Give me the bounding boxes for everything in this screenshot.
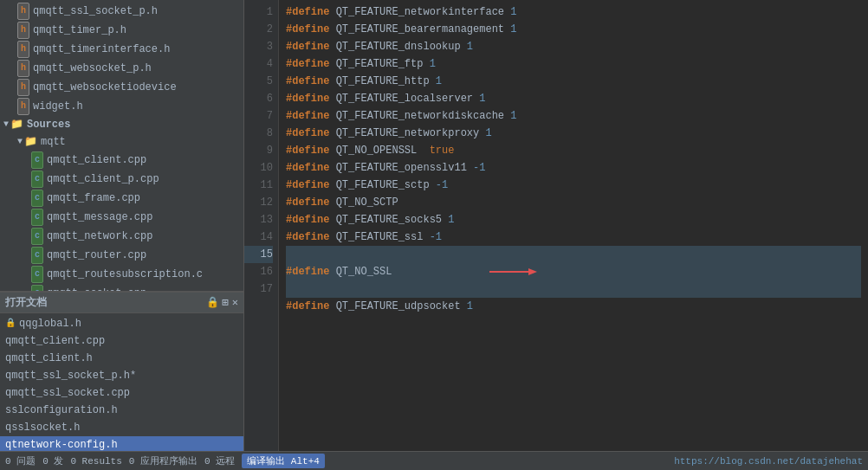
code-line: #define QT_NO_OPENSSL true [286, 142, 861, 159]
code-line: #define QT_FEATURE_networkinterface 1 [286, 3, 861, 21]
open-docs-header: 打开文档 🔒 ⊞ ✕ [0, 293, 243, 313]
tree-item-label: qmqtt_websocket_p.h [33, 61, 152, 76]
open-docs-list: 🔒 qqglobal.h qmqtt_client.cpp qmqtt_clie… [0, 313, 243, 451]
status-right: https://blog.csdn.net/datajehehat [674, 456, 863, 467]
arrow-marker [398, 246, 541, 298]
open-docs-title: 打开文档 [5, 295, 47, 310]
code-line [286, 315, 861, 332]
tree-item-label: qmqtt_routesubscription.c [47, 267, 203, 282]
status-left: 0 问题 0 发 0 Results 0 应用程序输出 0 远程 编译输出 Al… [5, 454, 325, 468]
folder-icon: 📁 [24, 134, 37, 150]
arrow-down-icon: ▼ [3, 117, 9, 132]
arrow-down-icon: ▼ [17, 134, 23, 150]
code-line: #define QT_FEATURE_bearermanagement 1 [286, 21, 861, 38]
tree-item[interactable]: c qmqtt_message.cpp [0, 208, 243, 227]
h-file-icon: h [17, 79, 29, 96]
doc-item-label: qtnetwork-config.h [5, 437, 118, 451]
h-file-icon: h [17, 60, 29, 77]
tree-item[interactable]: c qmqtt_frame.cpp [0, 189, 243, 208]
doc-item-label: qqglobal.h [19, 316, 81, 332]
status-remote[interactable]: 0 远程 [204, 454, 235, 467]
tree-item-label: widget.h [33, 99, 83, 114]
cpp-file-icon: c [31, 151, 43, 169]
code-line: #define QT_FEATURE_ftp 1 [286, 55, 861, 73]
left-panel: h qmqtt_ssl_socket_p.h h qmqtt_timer_p.h… [0, 0, 244, 451]
doc-item-selected[interactable]: qtnetwork-config.h [0, 436, 243, 451]
mqtt-folder-label: mqtt [41, 134, 66, 150]
tree-item-label: qmqtt_client_p.cpp [47, 171, 159, 187]
doc-item[interactable]: qmqtt_client.h [0, 350, 243, 367]
code-line: #define QT_FEATURE_udpsocket 1 [286, 298, 861, 315]
mqtt-folder[interactable]: ▼ 📁 mqtt [0, 133, 243, 151]
code-line: #define QT_FEATURE_networkdiskcache 1 [286, 107, 861, 125]
tree-item-label: qmqtt_ssl_socket_p.h [33, 3, 158, 19]
status-url: https://blog.csdn.net/datajehehat [674, 456, 863, 467]
tree-item[interactable]: c qmqtt_network.cpp [0, 227, 243, 246]
compile-output-button[interactable]: 编译输出 Alt+4 [242, 454, 325, 468]
doc-item[interactable]: qsslsocket.h [0, 419, 243, 436]
tree-item-label: qmqtt_router.cpp [47, 248, 146, 263]
code-line: #define QT_FEATURE_networkproxy 1 [286, 125, 861, 142]
tree-item-label: qmqtt_message.cpp [47, 209, 152, 225]
open-docs-header-icons: 🔒 ⊞ ✕ [206, 296, 238, 309]
doc-item[interactable]: 🔒 qqglobal.h [0, 315, 243, 332]
tree-item-label: qmqtt_client.cpp [47, 152, 146, 168]
main-area: h qmqtt_ssl_socket_p.h h qmqtt_timer_p.h… [0, 0, 868, 451]
cpp-file-icon: c [31, 190, 43, 207]
status-appoutput[interactable]: 0 应用程序输出 [129, 454, 198, 467]
code-line: #define QT_NO_SCTP [286, 194, 861, 211]
code-line-15: #define QT_NO_SSL [286, 246, 861, 298]
tree-item[interactable]: h qmqtt_websocket_p.h [0, 59, 243, 78]
h-file-icon: h [17, 41, 29, 58]
tree-item[interactable]: c qmqtt_router.cpp [0, 246, 243, 265]
tree-item[interactable]: h qmqtt_timerinterface.h [0, 40, 243, 59]
cpp-file-icon: c [31, 285, 43, 291]
file-tree: h qmqtt_ssl_socket_p.h h qmqtt_timer_p.h… [0, 0, 243, 291]
tree-item-label: qmqtt_network.cpp [47, 229, 152, 244]
tree-item[interactable]: c qmqtt_socket.cpp [0, 284, 243, 291]
doc-item[interactable]: qmqtt_ssl_socket_p.h* [0, 367, 243, 384]
doc-item[interactable]: sslconfiguration.h [0, 402, 243, 419]
tree-item[interactable]: c qmqtt_client_p.cpp [0, 170, 243, 189]
tree-item[interactable]: h qmqtt_timer_p.h [0, 21, 243, 40]
doc-item-label: qmqtt_ssl_socket.cpp [5, 385, 130, 401]
tree-item[interactable]: h widget.h [0, 97, 243, 116]
doc-item-label: sslconfiguration.h [5, 402, 118, 418]
code-line: #define QT_FEATURE_dnslookup 1 [286, 38, 861, 55]
line-numbers: 1 2 3 4 5 6 7 8 9 10 11 12 13 14 15 16 1… [244, 0, 279, 451]
tree-item-label: qmqtt_timer_p.h [33, 23, 126, 38]
status-send[interactable]: 0 发 [42, 454, 63, 467]
sources-folder[interactable]: ▼ 📁 Sources [0, 116, 243, 133]
tree-item-label: qmqtt_frame.cpp [47, 190, 140, 206]
tree-item[interactable]: c qmqtt_client.cpp [0, 151, 243, 170]
code-editor[interactable]: #define QT_FEATURE_networkinterface 1 #d… [279, 0, 868, 451]
cpp-file-icon: c [31, 228, 43, 245]
doc-item[interactable]: qmqtt_ssl_socket.cpp [0, 384, 243, 402]
code-line: #define QT_FEATURE_ssl -1 [286, 229, 861, 246]
lock-icon: 🔒 [5, 316, 16, 332]
h-file-icon: h [17, 22, 29, 39]
cpp-file-icon: c [31, 247, 43, 264]
close-icon[interactable]: ✕ [232, 296, 238, 309]
cpp-file-icon: c [31, 171, 43, 188]
status-problems[interactable]: 0 问题 [5, 454, 36, 467]
code-line: #define QT_FEATURE_sctp -1 [286, 177, 861, 194]
doc-item-label: qsslsocket.h [5, 420, 80, 435]
doc-item[interactable]: qmqtt_client.cpp [0, 332, 243, 350]
doc-item-label: qmqtt_ssl_socket_p.h* [5, 368, 136, 383]
status-results[interactable]: 0 Results [70, 456, 121, 467]
new-window-icon[interactable]: ⊞ [223, 296, 229, 309]
code-line: #define QT_FEATURE_opensslv11 -1 [286, 159, 861, 177]
cpp-file-icon: c [31, 209, 43, 226]
code-line: #define QT_FEATURE_http 1 [286, 73, 861, 90]
h-file-icon: h [17, 3, 29, 20]
tree-item-label: qmqtt_websocketiodevice [33, 80, 177, 95]
tree-item-label: qmqtt_timerinterface.h [33, 42, 170, 57]
tree-item[interactable]: h qmqtt_ssl_socket_p.h [0, 2, 243, 21]
lock-icon[interactable]: 🔒 [206, 296, 219, 309]
code-content: 1 2 3 4 5 6 7 8 9 10 11 12 13 14 15 16 1… [244, 0, 868, 451]
doc-item-label: qmqtt_client.h [5, 351, 93, 366]
tree-item[interactable]: c qmqtt_routesubscription.c [0, 265, 243, 284]
tree-item[interactable]: h qmqtt_websocketiodevice [0, 78, 243, 97]
open-docs-panel: 打开文档 🔒 ⊞ ✕ 🔒 qqglobal.h qmqtt_client.cpp… [0, 291, 243, 451]
